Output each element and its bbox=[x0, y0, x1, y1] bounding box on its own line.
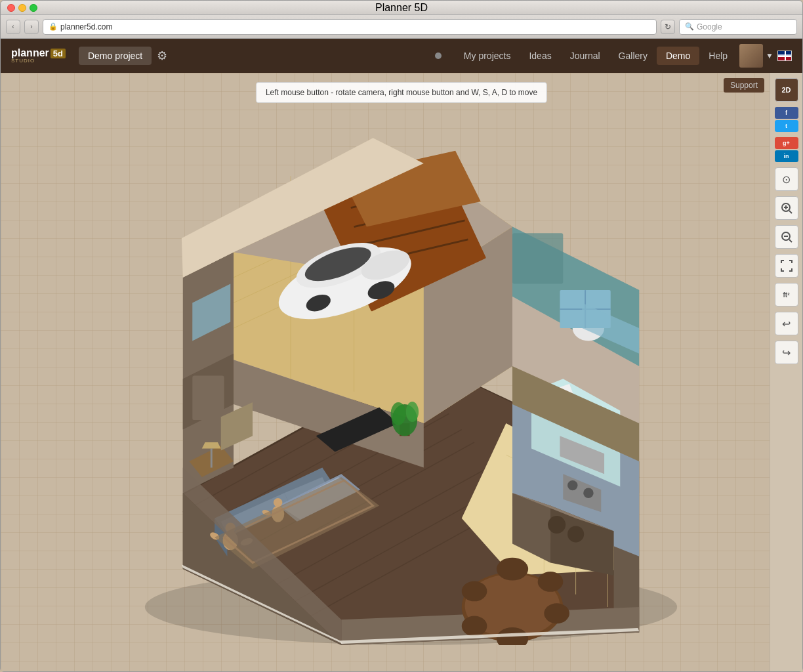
logo-5d-badge: 5d bbox=[51, 49, 66, 58]
svg-point-69 bbox=[274, 498, 283, 507]
svg-point-89 bbox=[497, 558, 528, 581]
zoom-in-button[interactable] bbox=[775, 196, 798, 220]
close-button[interactable] bbox=[7, 4, 15, 12]
svg-rect-98 bbox=[192, 376, 224, 421]
address-text: planner5d.com bbox=[60, 22, 112, 32]
logo[interactable]: planner 5d studio bbox=[11, 48, 66, 64]
main-area: Support Left mouse button - rotate camer… bbox=[1, 73, 802, 671]
svg-point-91 bbox=[544, 603, 569, 623]
social-buttons-group: f t bbox=[775, 107, 798, 132]
zoom-out-button[interactable] bbox=[775, 225, 798, 249]
maximize-button[interactable] bbox=[30, 4, 37, 12]
units-button[interactable]: ft² bbox=[775, 283, 798, 306]
screenshot-button[interactable]: ⊙ bbox=[775, 167, 798, 191]
fullscreen-button[interactable] bbox=[775, 254, 798, 278]
minimize-button[interactable] bbox=[18, 4, 26, 12]
user-avatar[interactable] bbox=[739, 44, 763, 68]
search-placeholder: Google bbox=[697, 22, 722, 32]
tooltip-message: Left mouse button - rotate camera, right… bbox=[256, 82, 547, 103]
logo-studio-text: studio bbox=[11, 58, 66, 64]
svg-point-78 bbox=[406, 402, 419, 422]
undo-button[interactable]: ↩ bbox=[775, 312, 798, 335]
nav-demo[interactable]: Demo bbox=[657, 47, 699, 65]
top-nav: planner 5d studio Demo project ⚙ My proj… bbox=[1, 39, 802, 73]
svg-point-90 bbox=[538, 572, 564, 592]
nav-journal[interactable]: Journal bbox=[561, 47, 609, 65]
linkedin-share-button[interactable]: in bbox=[775, 150, 798, 162]
svg-point-84 bbox=[583, 488, 593, 497]
browser-toolbar: ‹ › 🔒 planner5d.com ↻ 🔍 Google bbox=[1, 15, 802, 39]
search-bar[interactable]: 🔍 Google bbox=[679, 19, 797, 35]
google-plus-share-button[interactable]: g+ bbox=[775, 137, 798, 149]
browser-dots bbox=[7, 4, 37, 12]
svg-line-115 bbox=[789, 240, 792, 242]
nav-gallery[interactable]: Gallery bbox=[609, 47, 657, 65]
nav-my-projects[interactable]: My projects bbox=[455, 47, 520, 65]
svg-point-95 bbox=[548, 516, 566, 534]
nav-separator-dot bbox=[435, 52, 442, 59]
browser-title: Planner 5D bbox=[375, 2, 428, 14]
floor-plan-3d[interactable] bbox=[40, 125, 763, 645]
nav-help[interactable]: Help bbox=[699, 47, 737, 65]
logo-planner-text: planner bbox=[11, 48, 49, 58]
svg-point-96 bbox=[567, 526, 584, 542]
svg-marker-102 bbox=[202, 442, 221, 449]
right-sidebar-tools: 2D f t g+ in ⊙ bbox=[770, 73, 802, 671]
project-name[interactable]: Demo project bbox=[79, 47, 152, 65]
app-container: planner 5d studio Demo project ⚙ My proj… bbox=[1, 39, 802, 671]
facebook-share-button[interactable]: f bbox=[775, 107, 798, 119]
browser-titlebar: Planner 5D bbox=[1, 1, 802, 15]
svg-point-94 bbox=[462, 581, 487, 601]
svg-line-112 bbox=[789, 211, 792, 213]
browser-frame: Planner 5D ‹ › 🔒 planner5d.com ↻ 🔍 Googl… bbox=[0, 0, 803, 672]
nav-ideas[interactable]: Ideas bbox=[520, 47, 560, 65]
refresh-button[interactable]: ↻ bbox=[661, 20, 675, 34]
address-bar[interactable]: 🔒 planner5d.com bbox=[43, 19, 657, 35]
social-buttons-group2: g+ in bbox=[775, 137, 798, 162]
view-2d-button[interactable]: 2D bbox=[775, 78, 798, 102]
svg-point-77 bbox=[391, 402, 406, 425]
twitter-share-button[interactable]: t bbox=[775, 120, 798, 132]
svg-point-93 bbox=[462, 616, 487, 637]
user-menu-arrow[interactable]: ▼ bbox=[766, 51, 773, 60]
back-button[interactable]: ‹ bbox=[6, 20, 20, 34]
redo-button[interactable]: ↪ bbox=[775, 341, 798, 364]
forward-button[interactable]: › bbox=[24, 20, 39, 34]
svg-point-83 bbox=[567, 480, 577, 490]
svg-rect-51 bbox=[512, 233, 563, 284]
support-button[interactable]: Support bbox=[724, 78, 764, 93]
language-flag[interactable] bbox=[777, 51, 792, 61]
settings-icon[interactable]: ⚙ bbox=[157, 49, 167, 63]
